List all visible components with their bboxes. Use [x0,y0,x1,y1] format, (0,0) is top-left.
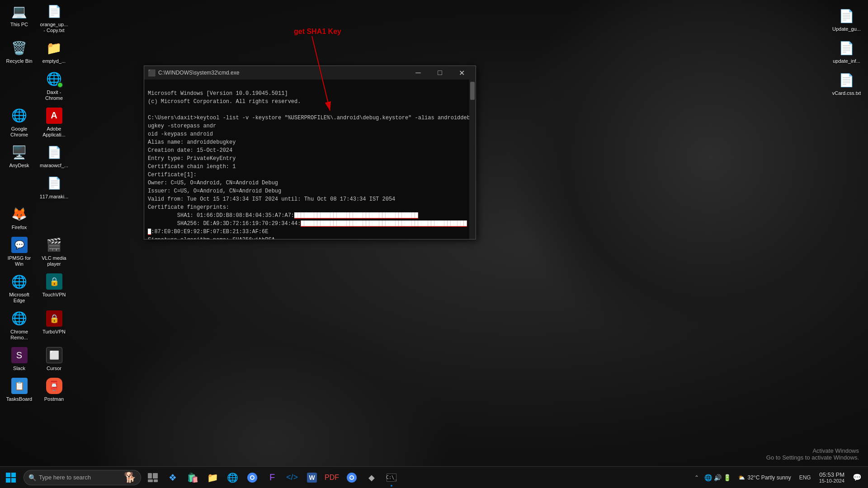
desktop-icon-google-chrome[interactable]: 🌐 GoogleChrome [2,104,36,140]
cmd-close-button[interactable]: ✕ [451,66,472,80]
svg-rect-4 [11,473,16,477]
desktop-icon-daxit-chrome[interactable]: 🌐 Daxit -Chrome [37,68,71,103]
svg-rect-3 [6,473,10,477]
desktop-icon-firefox[interactable]: 🦊 Firefox [2,203,36,233]
taskbar-widgets[interactable]: ❖ [163,468,183,488]
desktop-icon-anydesk[interactable]: 🖥️ AnyDesk [2,141,36,171]
desktop-icon-tasksboard[interactable]: 📋 TasksBoard [2,375,36,404]
cmd-maximize-button[interactable]: □ [429,66,450,80]
svg-rect-5 [6,478,10,483]
desktop-icon-ipmsg[interactable]: 💬 IPMSG forWin [2,234,36,269]
svg-rect-9 [148,479,153,482]
search-icon: 🔍 [28,474,36,481]
cmd-minimize-button[interactable]: ─ [408,66,429,80]
taskbar-app-vscode[interactable]: </> [282,468,302,488]
taskbar-app-chrome[interactable] [242,468,262,488]
search-placeholder-text: Type here to search [39,474,91,481]
desktop-icon-chrome-remote[interactable]: 🌐 ChromeRemo... [2,307,36,343]
svg-rect-7 [148,473,152,479]
cmd-body: Microsoft Windows [Version 10.0.19045.50… [144,80,476,239]
cmd-controls: ─ □ ✕ [408,66,472,80]
notification-button[interactable]: 💬 [850,467,864,488]
svg-point-13 [251,476,254,479]
desktop-icon-adobe[interactable]: A AdobeApplicati... [37,104,71,140]
notification-icon: 💬 [853,473,862,482]
desktop-icon-update-guide[interactable]: 📄 Update_gu... [830,5,863,34]
desktop-icon-recycle-bin[interactable]: 🗑️ Recycle Bin [2,37,36,66]
desktop-icon-postman[interactable]: 📮 Postman [37,375,71,404]
volume-icon[interactable]: 🔊 [714,474,722,481]
cmd-window: ⬛ C:\WINDOWS\system32\cmd.exe ─ □ ✕ Micr… [144,66,476,239]
svg-text:get SHA1 Key: get SHA1 Key [294,28,341,35]
weather-icon: ⛅ [738,474,745,481]
system-tray-expand[interactable]: ⌃ [693,473,701,483]
taskbar-app-word[interactable]: W [302,468,322,488]
desktop-icon-emptyd[interactable]: 📁 emptyd_... [37,37,71,66]
desktop-icon-touchvpn[interactable]: 🔒 TouchVPN [37,270,71,306]
desktop-icon-ms-edge[interactable]: 🌐 MicrosoftEdge [2,270,36,306]
desktop-icon-vcard-css[interactable]: 📄 vCard.css.txt [830,69,863,99]
taskbar-app-edge[interactable]: 🌐 [222,468,242,488]
system-icons: 🌐 🔊 🔋 [703,474,733,481]
desktop-icon-orange-copy[interactable]: 📄 orange_up...- Copy.txt [37,0,71,36]
taskbar: 🔍 Type here to search 🐕 ❖ 🛍️ 📁 🌐 [0,466,868,488]
cmd-app-icon: ⬛ [148,69,156,76]
taskbar-app-cmd[interactable]: C:\_ [382,468,401,488]
cmd-scrollbar-thumb [470,82,475,100]
taskbar-app-file-explorer[interactable]: 📁 [203,468,222,488]
desktop: 💻 This PC 📄 orange_up...- Copy.txt 🗑️ Re… [0,0,868,488]
desktop-icon-vlc[interactable]: 🎬 VLC mediaplayer [37,234,71,269]
weather-text: 32°C Partly sunny [748,474,791,481]
activate-windows-text: Activate Windows Go to Settings to activ… [766,447,859,461]
desktop-icon-117maraki[interactable]: 📄 117.maraki... [37,172,71,202]
taskbar-task-view[interactable] [143,468,163,488]
language-indicator[interactable]: ENG [797,474,814,481]
taskbar-app-misc[interactable]: ◆ [362,468,382,488]
network-icon[interactable]: 🌐 [704,474,712,481]
desktop-icon-cursor[interactable]: ⬜ Cursor [37,344,71,374]
cmd-title-text: C:\WINDOWS\system32\cmd.exe [158,70,239,76]
cmd-titlebar: ⬛ C:\WINDOWS\system32\cmd.exe ─ □ ✕ [144,66,476,80]
battery-icon[interactable]: 🔋 [723,474,731,481]
search-dog-icon: 🐕 [124,472,136,483]
taskbar-search[interactable]: 🔍 Type here to search 🐕 [24,470,141,485]
svg-rect-6 [11,478,16,483]
taskbar-app-figma[interactable]: F [262,468,282,488]
desktop-icon-maraowcf[interactable]: 📄 maraowcf_... [37,141,71,171]
taskbar-app-chrome2[interactable] [342,468,362,488]
svg-rect-8 [153,473,158,479]
cmd-title-left: ⬛ C:\WINDOWS\system32\cmd.exe [148,69,239,76]
svg-point-16 [350,476,353,479]
taskbar-clock[interactable]: 05:53 PM 15-10-2024 [816,471,848,483]
cmd-output: Microsoft Windows [Version 10.0.19045.50… [148,81,472,239]
taskbar-app-pdf[interactable]: PDF [322,468,342,488]
weather-widget[interactable]: ⛅ 32°C Partly sunny [735,474,795,481]
svg-rect-10 [154,479,158,482]
desktop-icon-update-inf[interactable]: 📄 update_inf... [830,37,863,66]
taskbar-app-store[interactable]: 🛍️ [183,468,203,488]
start-button[interactable] [0,467,22,488]
cmd-scrollbar[interactable] [469,80,476,239]
taskbar-right: ⌃ 🌐 🔊 🔋 ⛅ 32°C Partly sunny ENG 05:53 PM… [693,467,868,488]
desktop-icon-this-pc[interactable]: 💻 This PC [2,0,36,36]
desktop-icon-turbovpn[interactable]: 🔒 TurboVPN [37,307,71,343]
desktop-icon-slack[interactable]: S Slack [2,344,36,374]
